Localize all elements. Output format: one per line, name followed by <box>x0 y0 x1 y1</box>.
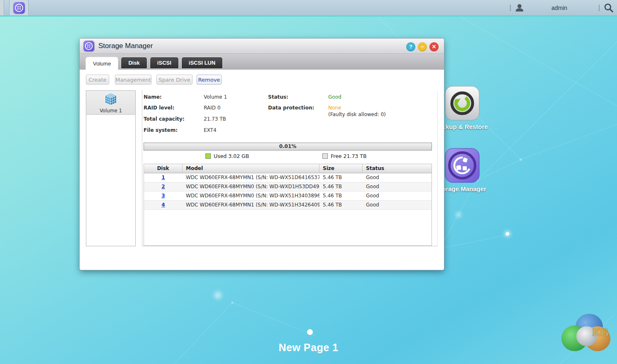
storage-manager-window: Storage Manager ? − ✕ Volume Disk iSCSI … <box>80 39 444 270</box>
disk-table: Disk Model Size Status 1 WDC WD60EFRX-68… <box>144 164 432 246</box>
disk-size: 5.46 TB <box>319 173 363 182</box>
search-icon[interactable] <box>604 3 614 13</box>
create-button[interactable]: Create <box>86 75 109 85</box>
desktop-dot <box>456 212 461 217</box>
raid-level-value: RAID 0 <box>204 105 220 111</box>
minimize-button[interactable]: − <box>418 42 427 51</box>
status-value: Good <box>328 94 341 100</box>
capacity-usage-bar: 0.01% <box>144 143 432 150</box>
data-protection-note: (Faulty disk allowed: 0) <box>328 112 386 117</box>
data-protection-label: Data protection: <box>268 105 314 111</box>
name-label: Name: <box>144 94 162 100</box>
storage-manager-app-icon <box>13 2 25 14</box>
window-titlebar[interactable]: Storage Manager ? − ✕ <box>80 39 444 54</box>
disk-table-row: 1 WDC WD60EFRX-68MYMN1 (S/N: WD-WX51D641… <box>144 173 432 182</box>
disk-size: 5.46 TB <box>319 182 363 191</box>
total-capacity-label: Total capacity: <box>144 116 184 122</box>
disk-table-row: 2 WDC WD60EFRX-68MYMN0 (S/N: WD-WXD1H53D… <box>144 182 432 192</box>
taskbar-accent-line <box>0 15 617 17</box>
storage-manager-icon <box>445 148 480 183</box>
disk-model: WDC WD60EFRX-68MYMN0 (S/N: WD-WX51H34038… <box>183 192 319 200</box>
desktop-dot <box>307 329 313 335</box>
tab-disk[interactable]: Disk <box>121 57 146 68</box>
raid-level-label: RAID level: <box>144 105 174 111</box>
close-button[interactable]: ✕ <box>429 42 439 51</box>
disk-number-link[interactable]: 4 <box>161 202 165 208</box>
spare-drive-button[interactable]: Spare Drive <box>156 75 193 85</box>
data-protection-value: None <box>328 105 341 111</box>
file-system-value: EXT4 <box>204 127 217 133</box>
kitguru-watermark-logo: KG <box>561 314 615 360</box>
file-system-label: File system: <box>144 127 178 133</box>
tab-iscsi-lun[interactable]: iSCSI LUN <box>182 57 222 68</box>
volume-list-panel: Volume 1 <box>86 90 136 246</box>
window-title: Storage Manager <box>98 39 153 53</box>
free-swatch <box>322 153 328 159</box>
disk-model: WDC WD60EFRX-68MYMN1 (S/N: WD-WX51D64165… <box>183 173 319 182</box>
disk-model: WDC WD60EFRX-68MYMN1 (S/N: WD-WX51H34264… <box>183 201 319 209</box>
toolbar: Create Management Spare Drive Remove <box>80 70 444 90</box>
taskbar-left-strip <box>0 0 4 15</box>
tab-iscsi[interactable]: iSCSI <box>150 57 178 68</box>
taskbar-divider <box>599 5 600 11</box>
disk-model: WDC WD60EFRX-68MYMN0 (S/N: WD-WXD1H53DD4… <box>183 182 319 191</box>
disk-status: Good <box>363 201 432 209</box>
disk-table-row: 4 WDC WD60EFRX-68MYMN1 (S/N: WD-WX51H342… <box>144 201 432 210</box>
tab-bar: Volume Disk iSCSI iSCSI LUN <box>80 54 444 70</box>
sidebar-item-label: Volume 1 <box>86 108 135 114</box>
desktop-dot <box>214 291 222 299</box>
sidebar-item-volume-1[interactable]: Volume 1 <box>86 91 135 115</box>
tab-volume[interactable]: Volume <box>86 57 118 70</box>
disk-status: Good <box>363 182 432 191</box>
taskbar-storage-manager-tile[interactable] <box>9 0 29 15</box>
volume-detail-panel: Name: Volume 1 RAID level: RAID 0 Total … <box>142 90 438 246</box>
user-icon[interactable] <box>515 4 524 12</box>
used-legend: Used 3.02 GB <box>214 153 249 159</box>
name-value: Volume 1 <box>204 94 227 100</box>
disk-status: Good <box>363 173 432 182</box>
disk-table-row: 3 WDC WD60EFRX-68MYMN0 (S/N: WD-WX51H340… <box>144 192 432 201</box>
free-legend: Free 21.73 TB <box>331 153 366 159</box>
col-header-model: Model <box>183 164 319 173</box>
management-button[interactable]: Management <box>115 75 151 85</box>
disk-size: 5.46 TB <box>319 201 363 209</box>
volume-cube-icon <box>103 92 118 107</box>
backup-restore-icon <box>445 86 480 121</box>
col-header-size: Size <box>319 164 363 173</box>
logged-in-user: admin <box>524 5 595 11</box>
desktop-dot <box>506 232 509 235</box>
used-swatch <box>205 153 211 159</box>
disk-number-link[interactable]: 1 <box>161 175 165 180</box>
disk-number-link[interactable]: 3 <box>161 193 165 199</box>
logo-watermark-text: KG <box>592 326 609 339</box>
status-label: Status: <box>268 94 288 100</box>
disk-size: 5.46 TB <box>319 192 363 200</box>
help-button[interactable]: ? <box>406 42 415 51</box>
desktop-page-label: New Page 1 <box>0 342 617 354</box>
disk-number-link[interactable]: 2 <box>161 184 165 189</box>
col-header-status: Status <box>363 164 432 173</box>
disk-status: Good <box>363 192 432 200</box>
col-header-disk: Disk <box>144 164 183 173</box>
taskbar-divider <box>510 5 511 11</box>
taskbar: admin <box>0 0 617 15</box>
disk-table-header: Disk Model Size Status <box>144 164 432 173</box>
total-capacity-value: 21.73 TB <box>204 116 226 122</box>
window-app-icon <box>83 41 94 51</box>
remove-button[interactable]: Remove <box>197 75 222 85</box>
